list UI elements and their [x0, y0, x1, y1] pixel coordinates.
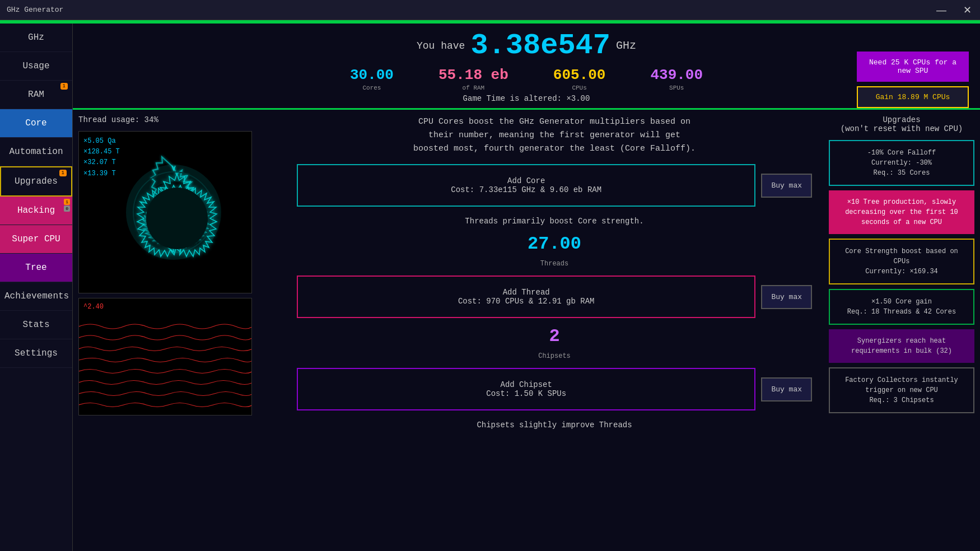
- close-button[interactable]: ✕: [954, 0, 980, 20]
- add-chipset-line1: Add Chipset: [309, 380, 743, 389]
- threads-value: 27.00: [297, 234, 812, 254]
- add-chipset-button[interactable]: Add Chipset Cost: 1.50 K SPUs: [297, 368, 755, 410]
- cpus-label: CPUs: [553, 85, 606, 91]
- cores-label: Cores: [350, 85, 394, 91]
- chipsets-desc: Chipsets slightly improve Threads: [297, 421, 812, 429]
- sidebar-item-tree[interactable]: Tree: [0, 254, 72, 282]
- upgrade-line2: trigger on new CPU: [837, 385, 967, 395]
- upgrade-card-factory-collectors[interactable]: Factory Collectors instantly trigger on …: [829, 367, 974, 413]
- spiky-svg: [79, 132, 252, 293]
- chipsets-value: 2: [297, 326, 812, 347]
- upgrade-line2: Req.: 18 Threads & 42 Cores: [837, 307, 967, 317]
- description-text: CPU Cores boost the GHz Generator multip…: [297, 115, 812, 156]
- title-bar: GHz Generator — ✕: [0, 0, 980, 20]
- content-area: You have 3.38e547 GHz 30.00 Cores 55.18 …: [73, 24, 980, 551]
- upgrade-line1: Core Strength boost based on: [837, 246, 967, 256]
- app-title: GHz Generator: [7, 6, 63, 14]
- add-core-row: Add Core Cost: 7.33e115 GHz & 9.60 eb RA…: [297, 164, 812, 207]
- gain-cpus-button[interactable]: Gain 18.89 M CPUs: [857, 86, 969, 108]
- sidebar-item-core[interactable]: Core: [0, 109, 72, 138]
- add-core-line1: Add Core: [309, 176, 743, 185]
- sidebar: GHz Usage RAM 1 Core Automation Upgrades…: [0, 24, 73, 551]
- spus-label: SPUs: [650, 85, 703, 91]
- add-chipset-row: Add Chipset Cost: 1.50 K SPUs Buy max: [297, 368, 812, 410]
- upgrade-line2: CPUs: [837, 256, 967, 267]
- thread-usage: Thread usage: 34%: [78, 115, 280, 124]
- game-time: Game Time is altered: ×3.00: [84, 94, 969, 103]
- upgrade-line1: Factory Collectors instantly: [837, 375, 967, 385]
- upgrade-line2: decreasing over the first 10: [836, 207, 968, 217]
- cpu-viz: ×5.05 Qa ×128.45 T ×32.07 T ×13.39 T: [78, 131, 252, 293]
- buy-max-thread-button[interactable]: Buy max: [761, 285, 812, 309]
- sidebar-item-upgrades[interactable]: Upgrades 1: [0, 166, 72, 197]
- stats-row: 30.00 Cores 55.18 eb of RAM 605.00 CPUs …: [84, 67, 969, 91]
- add-chipset-line2: Cost: 1.50 K SPUs: [309, 389, 743, 398]
- left-panel: Thread usage: 34% ×5.05 Qa ×128.45 T ×32…: [73, 110, 286, 551]
- need-spus-button[interactable]: Need 25 K CPUs for a new SPU: [857, 52, 969, 82]
- add-thread-line2: Cost: 970 CPUs & 12.91 gb RAM: [309, 297, 743, 306]
- top-right-buttons: Need 25 K CPUs for a new SPU Gain 18.89 …: [857, 52, 969, 108]
- cpus-value: 605.00: [553, 67, 606, 83]
- chipsets-label: Chipsets: [297, 352, 812, 360]
- sidebar-item-super-cpu[interactable]: Super CPU: [0, 225, 72, 254]
- sidebar-item-usage[interactable]: Usage: [0, 52, 72, 81]
- threads-label: Threads: [297, 260, 812, 268]
- ram-label: of RAM: [438, 85, 508, 91]
- stat-cores: 30.00 Cores: [350, 67, 394, 91]
- upgrade-line1: ×10 Tree production, slowly: [836, 197, 968, 207]
- upgrade-line3: Currently: ×169.34: [837, 267, 967, 277]
- main-layout: GHz Usage RAM 1 Core Automation Upgrades…: [0, 24, 980, 551]
- threads-desc: Threads primarily boost Core strength.: [297, 217, 812, 226]
- upgrade-card-core-gain[interactable]: ×1.50 Core gain Req.: 18 Threads & 42 Co…: [829, 289, 974, 325]
- ram-value: 55.18 eb: [438, 67, 508, 83]
- add-thread-line1: Add Thread: [309, 288, 743, 297]
- window-controls: — ✕: [928, 0, 980, 20]
- upgrade-card-synergizers[interactable]: Synergizers reach heat requirements in b…: [829, 329, 974, 363]
- sidebar-item-hacking[interactable]: Hacking 1 0: [0, 197, 72, 225]
- upgrade-line3: Req.: 35 Cores: [837, 168, 967, 178]
- sidebar-item-automation[interactable]: Automation: [0, 138, 72, 166]
- upgrade-line1: Synergizers reach heat: [836, 336, 968, 346]
- add-thread-row: Add Thread Cost: 970 CPUs & 12.91 gb RAM…: [297, 276, 812, 318]
- upgrades-badge: 1: [59, 170, 67, 176]
- ghz-value: 3.38e547: [470, 29, 610, 62]
- ghz-unit: GHz: [616, 39, 636, 52]
- cores-value: 30.00: [350, 67, 394, 83]
- header-stats: You have 3.38e547 GHz 30.00 Cores 55.18 …: [73, 24, 980, 108]
- upgrade-line2: Currently: -30%: [837, 158, 967, 168]
- upgrade-line2: requirements in bulk (32): [836, 346, 968, 356]
- center-panel: CPU Cores boost the GHz Generator multip…: [286, 110, 823, 551]
- svg-point-3: [146, 188, 208, 249]
- ram-badge: 1: [60, 83, 68, 90]
- upgrade-card-core-falloff[interactable]: -10% Core Falloff Currently: -30% Req.: …: [829, 140, 974, 186]
- upgrade-line1: ×1.50 Core gain: [837, 297, 967, 307]
- right-panel: Upgrades (won't reset with new CPU) -10%…: [823, 110, 980, 551]
- ghz-display: You have 3.38e547 GHz: [84, 29, 969, 62]
- upgrade-card-core-strength[interactable]: Core Strength boost based on CPUs Curren…: [829, 239, 974, 284]
- minimize-button[interactable]: —: [928, 0, 954, 20]
- wave-viz: ^2.40: [78, 298, 252, 415]
- upgrade-line1: -10% Core Falloff: [837, 148, 967, 158]
- upgrade-line3: seconds of a new CPU: [836, 217, 968, 227]
- upgrade-line3: Req.: 3 Chipsets: [837, 395, 967, 405]
- stat-spus: 439.00 SPUs: [650, 67, 703, 91]
- stat-ram: 55.18 eb of RAM: [438, 67, 508, 91]
- add-core-line2: Cost: 7.33e115 GHz & 9.60 eb RAM: [309, 185, 743, 194]
- upgrades-title: Upgrades (won't reset with new CPU): [829, 115, 974, 133]
- add-core-button[interactable]: Add Core Cost: 7.33e115 GHz & 9.60 eb RA…: [297, 164, 755, 207]
- sidebar-item-settings[interactable]: Settings: [0, 339, 72, 368]
- buy-max-core-button[interactable]: Buy max: [761, 174, 812, 198]
- main-row: Thread usage: 34% ×5.05 Qa ×128.45 T ×32…: [73, 110, 980, 551]
- add-thread-button[interactable]: Add Thread Cost: 970 CPUs & 12.91 gb RAM: [297, 276, 755, 318]
- stat-cpus: 605.00 CPUs: [553, 67, 606, 91]
- sidebar-item-ram[interactable]: RAM 1: [0, 81, 72, 109]
- spus-value: 439.00: [650, 67, 703, 83]
- sidebar-item-achievements[interactable]: Achievements: [0, 282, 72, 311]
- buy-max-chipset-button[interactable]: Buy max: [761, 377, 812, 401]
- you-have-label: You have: [417, 40, 465, 52]
- upgrade-card-tree-production[interactable]: ×10 Tree production, slowly decreasing o…: [829, 190, 974, 234]
- sidebar-item-stats[interactable]: Stats: [0, 311, 72, 339]
- sidebar-item-ghz[interactable]: GHz: [0, 24, 72, 52]
- hacking-badges: 1 0: [64, 199, 70, 212]
- waveform-svg: [79, 310, 252, 415]
